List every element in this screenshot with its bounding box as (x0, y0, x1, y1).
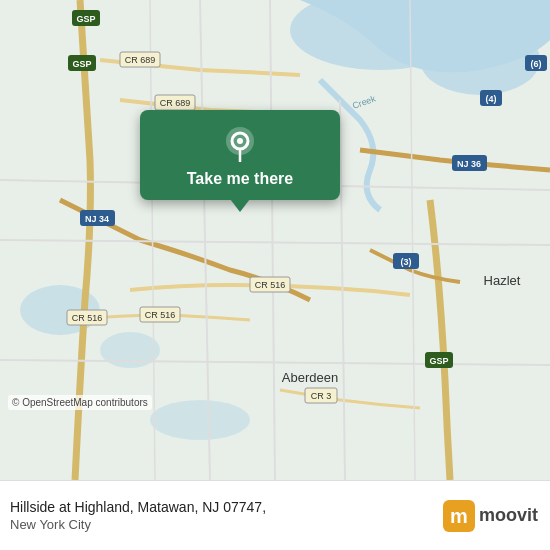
svg-text:NJ 36: NJ 36 (457, 159, 481, 169)
svg-text:(3): (3) (401, 257, 412, 267)
address-line: Hillside at Highland, Matawan, NJ 07747, (10, 499, 266, 515)
svg-text:m: m (450, 505, 468, 527)
svg-text:CR 516: CR 516 (72, 313, 103, 323)
svg-text:CR 3: CR 3 (311, 391, 332, 401)
osm-credit: © OpenStreetMap contributors (8, 395, 152, 410)
svg-point-4 (100, 332, 160, 368)
moovit-logo: m moovit (443, 500, 538, 532)
bottom-bar: Hillside at Highland, Matawan, NJ 07747,… (0, 480, 550, 550)
svg-text:GSP: GSP (429, 356, 448, 366)
moovit-logo-icon: m (443, 500, 475, 532)
svg-text:GSP: GSP (72, 59, 91, 69)
svg-text:CR 689: CR 689 (160, 98, 191, 108)
svg-text:Hazlet: Hazlet (484, 273, 521, 288)
location-pin-icon (222, 126, 258, 162)
svg-text:CR 516: CR 516 (255, 280, 286, 290)
address-section: Hillside at Highland, Matawan, NJ 07747,… (10, 499, 266, 532)
city-line: New York City (10, 517, 266, 532)
svg-text:Aberdeen: Aberdeen (282, 370, 338, 385)
take-me-there-popup[interactable]: Take me there (140, 110, 340, 200)
svg-text:(4): (4) (486, 94, 497, 104)
take-me-there-label: Take me there (187, 170, 293, 188)
svg-text:(6): (6) (531, 59, 542, 69)
svg-point-47 (237, 138, 243, 144)
svg-text:NJ 34: NJ 34 (85, 214, 109, 224)
svg-text:CR 516: CR 516 (145, 310, 176, 320)
moovit-text: moovit (479, 505, 538, 526)
svg-text:GSP: GSP (76, 14, 95, 24)
svg-point-5 (150, 400, 250, 440)
svg-text:CR 689: CR 689 (125, 55, 156, 65)
map-container: GSP GSP GSP CR 689 CR 689 NJ 34 NJ 36 CR… (0, 0, 550, 480)
